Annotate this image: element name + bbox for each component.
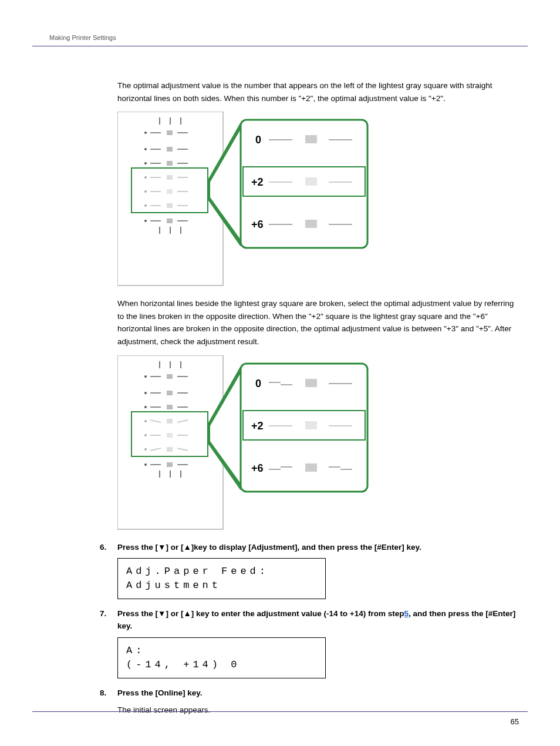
lcd-line-1: Adj.Paper Feed: [126, 564, 317, 579]
svg-rect-19 [167, 175, 173, 180]
svg-rect-72 [167, 433, 173, 438]
step-8: 8. Press the [Online] key. [117, 687, 516, 700]
step-number: 6. [100, 541, 117, 554]
svg-point-54 [144, 375, 147, 378]
up-arrow-icon: ▲ [183, 609, 191, 618]
svg-rect-91 [305, 379, 317, 387]
paragraph-1: The optimal adjustment value is the numb… [117, 79, 516, 105]
svg-text:0: 0 [255, 378, 261, 389]
svg-rect-60 [167, 391, 173, 395]
svg-point-9 [144, 148, 147, 150]
svg-point-17 [144, 176, 147, 179]
down-arrow-icon: ▼ [158, 543, 166, 552]
step-8-sub: The initial screen appears. [117, 704, 516, 717]
step-number: 7. [100, 607, 117, 633]
callout-label-0: 0 [255, 134, 261, 146]
svg-point-62 [144, 406, 147, 408]
svg-point-21 [144, 190, 147, 193]
page-number: 65 [511, 717, 519, 726]
step-5-link[interactable]: 5 [404, 609, 409, 618]
svg-rect-76 [167, 447, 173, 452]
step-6: 6. Press the [▼] or [▲]key to display [A… [117, 541, 516, 554]
step-6-text: Press the [▼] or [▲]key to display [Adju… [117, 541, 516, 554]
svg-text:+2: +2 [251, 420, 264, 432]
svg-rect-96 [305, 421, 317, 429]
svg-point-78 [144, 463, 147, 466]
svg-rect-31 [167, 219, 173, 223]
lcd-display-2: A: (-14, +14) 0 [117, 637, 326, 678]
svg-rect-101 [305, 463, 317, 472]
svg-rect-80 [167, 462, 173, 467]
svg-text:+6: +6 [251, 462, 264, 474]
step-number: 8. [100, 687, 117, 700]
paragraph-2: When horizontal lines beside the lightes… [117, 297, 516, 348]
callout-label-2: +2 [251, 176, 264, 188]
svg-point-25 [144, 204, 147, 207]
svg-rect-40 [305, 135, 317, 143]
step-8-text: Press the [Online] key. [117, 687, 516, 700]
svg-rect-44 [305, 177, 317, 186]
svg-rect-15 [167, 161, 173, 166]
adjustment-diagram-1: 0 +2 +6 [117, 112, 516, 287]
callout-label-6: +6 [251, 219, 264, 230]
step-7-text: Press the [▼] or [▲] key to enter the ad… [117, 607, 516, 633]
header-rule [32, 46, 528, 46]
svg-rect-64 [167, 405, 173, 409]
svg-point-58 [144, 392, 147, 394]
svg-rect-47 [305, 220, 317, 228]
svg-point-66 [144, 420, 147, 422]
svg-rect-11 [167, 147, 173, 152]
adjustment-diagram-2: 0 +2 +6 [117, 355, 516, 530]
svg-rect-68 [167, 419, 173, 424]
step-7: 7. Press the [▼] or [▲] key to enter the… [117, 607, 516, 633]
svg-point-29 [144, 220, 147, 222]
svg-rect-23 [167, 189, 173, 194]
svg-point-5 [144, 132, 147, 134]
running-head: Making Printer Settings [49, 34, 116, 41]
lcd-line-1: A: [126, 644, 317, 658]
up-arrow-icon: ▲ [183, 543, 191, 552]
svg-point-74 [144, 448, 147, 451]
lcd-line-2: Adjustment [126, 579, 317, 593]
footer-rule [32, 711, 528, 712]
svg-rect-56 [167, 374, 173, 379]
svg-point-70 [144, 434, 147, 436]
lcd-line-2: (-14, +14) 0 [126, 658, 317, 672]
down-arrow-icon: ▼ [158, 609, 166, 618]
svg-rect-27 [167, 203, 173, 208]
lcd-display-1: Adj.Paper Feed: Adjustment [117, 558, 326, 599]
svg-rect-7 [167, 130, 173, 135]
svg-point-13 [144, 162, 147, 164]
